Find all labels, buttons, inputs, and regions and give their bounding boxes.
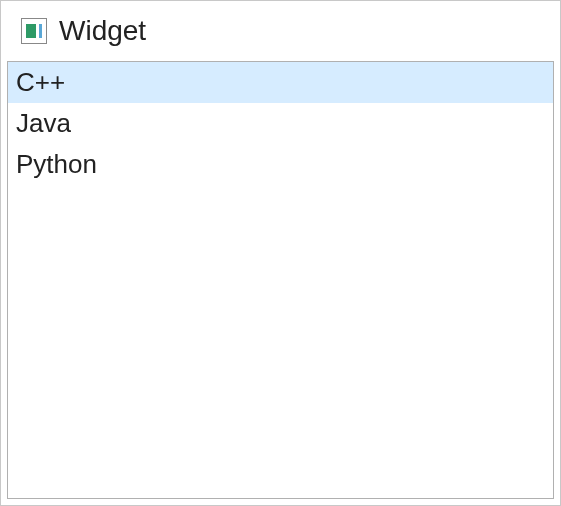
list-item[interactable]: C++ bbox=[8, 62, 553, 103]
list-item[interactable]: Python bbox=[8, 144, 553, 185]
window-title: Widget bbox=[59, 15, 146, 47]
titlebar[interactable]: Widget bbox=[1, 1, 560, 61]
window-frame: Widget C++ Java Python bbox=[0, 0, 561, 506]
list-box[interactable]: C++ Java Python bbox=[7, 61, 554, 499]
app-icon bbox=[21, 18, 47, 44]
list-item[interactable]: Java bbox=[8, 103, 553, 144]
